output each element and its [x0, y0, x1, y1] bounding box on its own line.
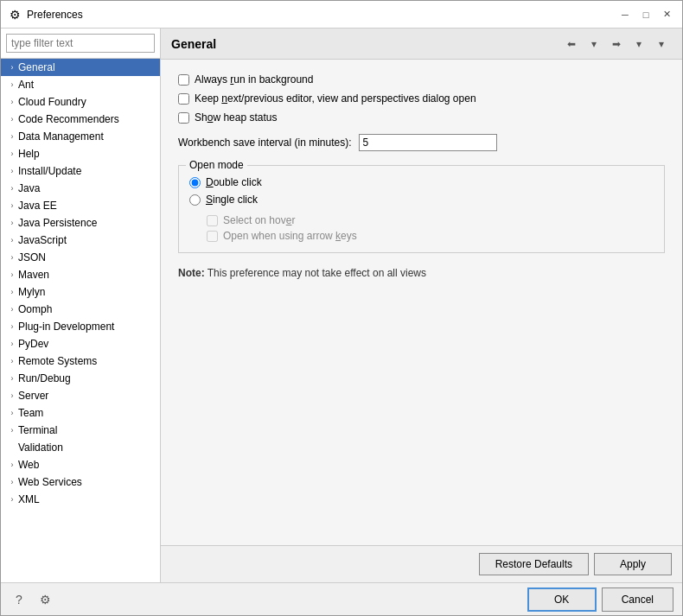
- tree-item-data-management[interactable]: ›Data Management: [1, 128, 160, 145]
- tree-item-java-ee[interactable]: ›Java EE: [1, 197, 160, 214]
- tree-item-label: Mylyn: [18, 286, 156, 298]
- tree-item-label: Team: [18, 407, 156, 419]
- tree-item-run-debug[interactable]: ›Run/Debug: [1, 370, 160, 387]
- forward-button[interactable]: ➡: [606, 35, 627, 54]
- tree-item-xml[interactable]: ›XML: [1, 491, 160, 508]
- tree-item-validation[interactable]: Validation: [1, 439, 160, 456]
- tree-item-label: General: [18, 61, 156, 73]
- tree-toggle-icon: ›: [6, 407, 18, 419]
- tree-list: ›General›Ant›Cloud Foundry›Code Recommen…: [1, 59, 160, 582]
- tree-item-label: Java: [18, 182, 156, 194]
- keep-next-label[interactable]: Keep next/previous editor, view and pers…: [195, 92, 476, 105]
- footer-bar: ? ⚙ OK Cancel: [1, 582, 682, 615]
- menu-button[interactable]: ▾: [651, 35, 672, 54]
- tree-item-javascript[interactable]: ›JavaScript: [1, 232, 160, 249]
- close-button[interactable]: ✕: [658, 6, 675, 23]
- tree-toggle-icon: ›: [6, 390, 18, 402]
- tree-item-java[interactable]: ›Java: [1, 180, 160, 197]
- footer-left: ? ⚙: [10, 590, 54, 609]
- ok-button[interactable]: OK: [527, 587, 597, 612]
- tree-item-cloud-foundry[interactable]: ›Cloud Foundry: [1, 93, 160, 111]
- maximize-button[interactable]: □: [637, 6, 654, 23]
- tree-item-maven[interactable]: ›Maven: [1, 266, 160, 283]
- search-input[interactable]: [6, 34, 155, 53]
- tree-item-general[interactable]: ›General: [1, 59, 160, 76]
- tree-toggle-icon: ›: [6, 286, 18, 298]
- show-heap-checkbox[interactable]: [178, 112, 189, 124]
- double-click-row: Double click: [189, 176, 654, 188]
- open-on-arrow-checkbox[interactable]: [207, 231, 218, 242]
- right-content: Always run in background Keep next/previ…: [161, 60, 682, 545]
- preferences-section: Always run in background Keep next/previ…: [178, 73, 665, 279]
- tree-item-web[interactable]: ›Web: [1, 456, 160, 473]
- apply-button[interactable]: Apply: [594, 553, 672, 575]
- tree-item-label: Help: [18, 148, 156, 160]
- tree-item-json[interactable]: ›JSON: [1, 249, 160, 266]
- tree-toggle-icon: ›: [6, 372, 18, 384]
- restore-defaults-button[interactable]: Restore Defaults: [479, 553, 589, 575]
- tree-item-label: Data Management: [18, 130, 156, 143]
- cancel-button[interactable]: Cancel: [602, 587, 673, 612]
- tree-item-label: Install/Update: [18, 165, 156, 177]
- always-run-label[interactable]: Always run in background: [195, 73, 313, 86]
- tree-item-install-update[interactable]: ›Install/Update: [1, 162, 160, 180]
- tree-item-terminal[interactable]: ›Terminal: [1, 422, 160, 439]
- back-button[interactable]: ⬅: [561, 35, 582, 54]
- tree-item-mylyn[interactable]: ›Mylyn: [1, 283, 160, 301]
- bottom-action-bar: Restore Defaults Apply: [161, 545, 682, 582]
- tree-toggle-icon: ›: [6, 79, 18, 91]
- select-on-hover-label: Select on hover: [223, 214, 295, 226]
- tree-toggle-icon: ›: [6, 269, 18, 281]
- tree-item-remote-systems[interactable]: ›Remote Systems: [1, 352, 160, 370]
- double-click-radio[interactable]: [189, 177, 201, 188]
- tree-toggle-icon: ›: [6, 355, 18, 367]
- tree-toggle-icon: ›: [6, 338, 18, 350]
- single-click-radio[interactable]: [189, 194, 201, 206]
- keep-next-row: Keep next/previous editor, view and pers…: [178, 92, 665, 105]
- tree-item-label: Java EE: [18, 200, 156, 212]
- tree-toggle-icon: ›: [6, 165, 18, 177]
- always-run-checkbox[interactable]: [178, 74, 189, 86]
- content-area: ›General›Ant›Cloud Foundry›Code Recommen…: [1, 29, 682, 582]
- tree-item-help[interactable]: ›Help: [1, 145, 160, 162]
- help-button[interactable]: ?: [10, 590, 29, 609]
- window-title: Preferences: [27, 9, 83, 21]
- tree-toggle-icon: ›: [6, 493, 18, 505]
- keep-next-checkbox[interactable]: [178, 93, 189, 105]
- title-controls: ─ □ ✕: [616, 6, 675, 23]
- tree-item-web-services[interactable]: ›Web Services: [1, 473, 160, 491]
- show-heap-row: Show heap status: [178, 111, 665, 124]
- open-on-arrow-label: Open when using arrow keys: [223, 230, 357, 242]
- single-click-label[interactable]: Single click: [206, 194, 258, 206]
- tree-item-ant[interactable]: ›Ant: [1, 76, 160, 93]
- tree-item-label: Web Services: [18, 476, 156, 488]
- select-on-hover-checkbox[interactable]: [207, 215, 218, 226]
- tree-toggle-icon: ›: [6, 459, 18, 471]
- tree-toggle-icon: ›: [6, 182, 18, 194]
- tree-item-pydev[interactable]: ›PyDev: [1, 335, 160, 352]
- footer-right: OK Cancel: [527, 587, 673, 612]
- tree-item-label: Run/Debug: [18, 372, 156, 384]
- tree-item-java-persistence[interactable]: ›Java Persistence: [1, 214, 160, 232]
- always-run-row: Always run in background: [178, 73, 665, 86]
- tree-item-oomph[interactable]: ›Oomph: [1, 301, 160, 318]
- tree-item-code-recommenders[interactable]: ›Code Recommenders: [1, 111, 160, 128]
- forward-dropdown-button[interactable]: ▾: [629, 35, 649, 54]
- tree-item-team[interactable]: ›Team: [1, 404, 160, 422]
- tree-toggle-icon: ›: [6, 476, 18, 488]
- workbench-interval-row: Workbench save interval (in minutes):: [178, 134, 665, 151]
- double-click-label[interactable]: Double click: [206, 176, 262, 188]
- show-heap-label[interactable]: Show heap status: [195, 111, 277, 124]
- right-header: General ⬅ ▾ ➡ ▾ ▾: [161, 29, 682, 60]
- minimize-button[interactable]: ─: [616, 6, 634, 23]
- settings-link-button[interactable]: ⚙: [35, 590, 54, 609]
- workbench-interval-input[interactable]: [359, 134, 497, 151]
- title-bar: ⚙ Preferences ─ □ ✕: [1, 1, 682, 29]
- tree-item-server[interactable]: ›Server: [1, 387, 160, 404]
- back-dropdown-button[interactable]: ▾: [584, 35, 604, 54]
- tree-item-label: JSON: [18, 251, 156, 264]
- tree-item-label: Remote Systems: [18, 355, 156, 367]
- tree-toggle-icon: ›: [6, 303, 18, 315]
- tree-item-label: Cloud Foundry: [18, 96, 156, 108]
- tree-item-plug-in-development[interactable]: ›Plug-in Development: [1, 318, 160, 335]
